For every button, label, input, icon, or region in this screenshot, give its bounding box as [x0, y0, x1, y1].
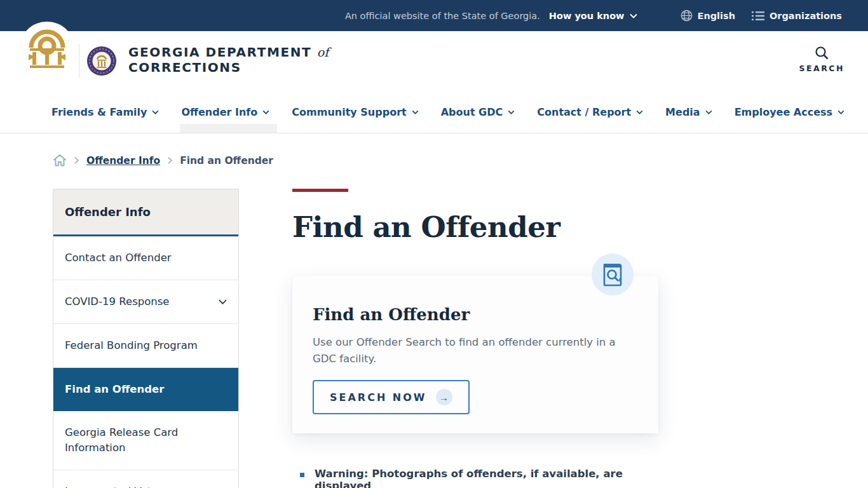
document-search-icon — [602, 262, 623, 287]
header-divider — [79, 44, 79, 78]
sidebar-title: Offender Info — [53, 189, 238, 236]
nav-item-friends-family[interactable]: Friends & Family — [51, 91, 159, 133]
site-header: GEORGIA DEPARTMENT of CORRECTIONS SEARCH — [0, 31, 868, 91]
chevron-down-icon — [705, 110, 712, 114]
main-navigation: Friends & Family Offender Info Community… — [0, 91, 868, 133]
site-search-button[interactable]: SEARCH — [799, 45, 844, 73]
breadcrumb: Offender Info Find an Offender — [53, 154, 868, 167]
warning-text: Warning: Photographs of offenders, if av… — [315, 468, 658, 488]
section-sidebar: Offender Info Contact an Offender COVID-… — [53, 189, 239, 488]
language-label: English — [698, 11, 736, 21]
sidebar-item-federal-bonding-program[interactable]: Federal Bonding Program — [53, 324, 238, 368]
find-offender-card: Find an Offender Use our Offender Search… — [292, 276, 658, 433]
sidebar-item-label: Georgia Release Card Information — [65, 425, 198, 456]
card-icon-badge — [592, 254, 634, 295]
chevron-right-icon — [168, 157, 172, 164]
search-now-button[interactable]: SEARCH NOW → — [313, 380, 470, 414]
arrow-right-icon: → — [436, 389, 452, 405]
chevron-down-icon — [837, 110, 844, 114]
how-you-know-label: How you know — [549, 11, 625, 21]
sidebar-item-covid-19-response[interactable]: COVID-19 Response — [53, 280, 238, 324]
sidebar-item-label: COVID-19 Response — [65, 294, 170, 309]
nav-label: Community Support — [292, 106, 406, 118]
search-label: SEARCH — [799, 64, 844, 73]
content-columns: Offender Info Contact an Offender COVID-… — [53, 189, 868, 488]
organizations-menu[interactable]: Organizations — [752, 11, 842, 21]
agency-name-line2: CORRECTIONS — [128, 60, 329, 75]
chevron-down-icon — [630, 13, 637, 18]
sidebar-item-label: Federal Bonding Program — [65, 338, 198, 353]
georgia-arch-logo[interactable] — [19, 22, 75, 78]
bullet-icon — [300, 473, 304, 477]
chevron-down-icon — [219, 299, 227, 304]
nav-item-contact-report[interactable]: Contact / Report — [537, 91, 643, 133]
breadcrumb-current: Find an Offender — [180, 155, 273, 166]
search-icon — [814, 45, 829, 60]
nav-item-employee-access[interactable]: Employee Access — [735, 91, 844, 133]
topbar-utility-group: English Organizations — [681, 10, 843, 22]
main-content: Find an Offender Find an Offender Use ou… — [292, 189, 658, 488]
official-website-text: An official website of the State of Geor… — [345, 11, 540, 21]
nav-item-about-gdc[interactable]: About GDC — [441, 91, 515, 133]
arch-logo-icon — [26, 29, 68, 71]
card-description: Use our Offender Search to find an offen… — [313, 334, 634, 367]
chevron-down-icon — [262, 110, 269, 114]
title-accent-bar — [292, 189, 348, 192]
how-you-know-toggle[interactable]: How you know — [549, 11, 637, 21]
nav-label: Media — [665, 106, 700, 118]
nav-item-community-support[interactable]: Community Support — [292, 91, 418, 133]
list-icon — [752, 11, 764, 21]
language-selector[interactable]: English — [681, 10, 736, 22]
globe-icon — [681, 10, 693, 22]
chevron-down-icon — [152, 110, 159, 114]
chevron-right-icon — [74, 157, 79, 164]
nav-label: About GDC — [441, 106, 503, 118]
home-icon[interactable] — [53, 154, 67, 167]
sidebar-item-contact-an-offender[interactable]: Contact an Offender — [53, 236, 238, 280]
official-state-banner: An official website of the State of Geor… — [0, 0, 868, 31]
sidebar-item-georgia-release-card[interactable]: Georgia Release Card Information — [53, 411, 238, 470]
organizations-label: Organizations — [770, 11, 842, 21]
nav-label: Friends & Family — [51, 106, 147, 118]
nav-label: Offender Info — [181, 106, 257, 118]
nav-label: Employee Access — [735, 106, 832, 118]
chevron-down-icon — [508, 110, 515, 114]
chevron-down-icon — [636, 110, 643, 114]
sidebar-item-label: Incarcerated Veterans — [65, 484, 180, 488]
nav-item-media[interactable]: Media — [665, 91, 712, 133]
warning-note: Warning: Photographs of offenders, if av… — [292, 468, 658, 488]
nav-label: Contact / Report — [537, 106, 631, 118]
sidebar-item-label: Find an Offender — [65, 382, 164, 397]
chevron-down-icon — [412, 110, 419, 114]
sidebar-item-find-an-offender[interactable]: Find an Offender — [53, 368, 238, 411]
page-content: Offender Info Find an Offender Offender … — [0, 154, 868, 488]
sidebar-item-label: Contact an Offender — [65, 250, 172, 266]
sidebar-item-incarcerated-veterans[interactable]: Incarcerated Veterans — [53, 470, 238, 488]
card-title: Find an Offender — [313, 305, 638, 324]
breadcrumb-link-offender-info[interactable]: Offender Info — [86, 155, 160, 166]
nav-item-offender-info[interactable]: Offender Info — [181, 91, 269, 133]
agency-title[interactable]: GEORGIA DEPARTMENT of CORRECTIONS — [128, 44, 329, 75]
agency-of: of — [317, 45, 329, 59]
gdc-seal — [86, 46, 117, 76]
page-title: Find an Offender — [292, 210, 658, 244]
agency-name-caps: GEORGIA DEPARTMENT — [128, 44, 311, 60]
search-now-label: SEARCH NOW — [330, 391, 427, 403]
